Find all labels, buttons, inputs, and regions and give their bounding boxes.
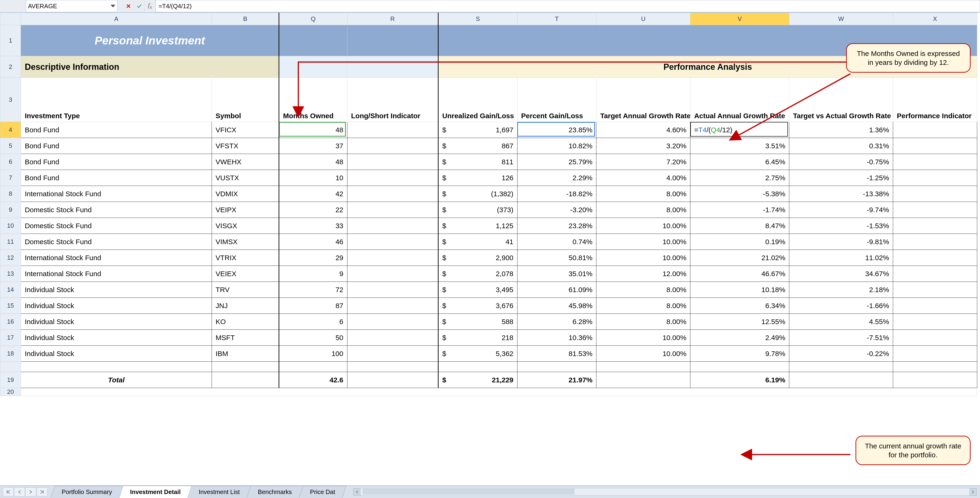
cell-Q1[interactable] (279, 25, 347, 56)
cell-perf-ind[interactable] (893, 122, 977, 138)
cell-tva[interactable]: -9.74% (789, 202, 893, 218)
cell-actual-rate[interactable]: -5.38% (690, 186, 789, 202)
cell-tva[interactable]: 0.31% (789, 138, 893, 154)
cell-months[interactable]: 10 (279, 170, 347, 186)
hdr-target-vs-actual[interactable]: Target vs Actual Growth Rate (789, 78, 893, 122)
sheet-tab[interactable]: Portfolio Summary (51, 486, 123, 498)
cell-target-rate[interactable]: 12.00% (597, 266, 690, 282)
col-header-B[interactable]: B (212, 13, 279, 25)
cell-symbol[interactable]: VWEHX (212, 154, 279, 170)
cell-target-rate[interactable]: 10.00% (597, 234, 690, 250)
row-header-12[interactable]: 12 (0, 250, 21, 266)
cell-ls[interactable] (347, 282, 438, 298)
row-header-8[interactable]: 8 (0, 186, 21, 202)
cell-actual-rate[interactable]: 12.55% (690, 314, 789, 330)
cell-symbol[interactable]: VUSTX (212, 170, 279, 186)
cell-type[interactable]: Bond Fund (21, 154, 212, 170)
cell-tva[interactable]: -13.38% (789, 186, 893, 202)
total-pct[interactable]: 21.97% (517, 372, 597, 388)
cell-target-rate[interactable]: 7.20% (597, 154, 690, 170)
cell-pct[interactable]: 81.53% (517, 346, 597, 362)
row-header-2[interactable]: 2 (0, 56, 21, 78)
cell-symbol[interactable]: VFICX (212, 122, 279, 138)
row-header-19[interactable]: 19 (0, 372, 21, 388)
cell-R1[interactable] (347, 25, 438, 56)
cell-tva[interactable]: -9.81% (789, 234, 893, 250)
cell-pct[interactable]: -3.20% (517, 202, 597, 218)
cell-pct[interactable]: 35.01% (517, 266, 597, 282)
row-header-20[interactable]: 20 (0, 388, 21, 396)
cell-perf-ind[interactable] (893, 298, 977, 314)
cell-actual-rate[interactable]: 6.34% (690, 298, 789, 314)
hdr-unrealized[interactable]: Unrealized Gain/Loss (438, 78, 517, 122)
row-header-1[interactable]: 1 (0, 25, 21, 56)
cell-gainloss[interactable]: $588 (438, 314, 517, 330)
cell-months[interactable]: 87 (279, 298, 347, 314)
cell-perf-ind[interactable] (893, 234, 977, 250)
cell-B-blank[interactable] (212, 362, 279, 372)
row-header-6[interactable]: 6 (0, 154, 21, 170)
cell-target-rate[interactable]: 4.60% (597, 122, 690, 138)
cell-tva[interactable]: -0.22% (789, 346, 893, 362)
cell-type[interactable]: Domestic Stock Fund (21, 202, 212, 218)
row-header-18[interactable]: 18 (0, 346, 21, 362)
cell-type[interactable]: Domestic Stock Fund (21, 234, 212, 250)
cell-tva[interactable]: -1.25% (789, 170, 893, 186)
cell-pct[interactable]: 0.74% (517, 234, 597, 250)
row-header-13[interactable]: 13 (0, 266, 21, 282)
cell-gainloss[interactable]: $41 (438, 234, 517, 250)
sheet-tab[interactable]: Investment List (188, 486, 251, 498)
cell-actual-rate[interactable]: -1.74% (690, 202, 789, 218)
cell-target-rate[interactable]: 8.00% (597, 282, 690, 298)
col-header-A[interactable]: A (21, 13, 212, 25)
cancel-formula-button[interactable] (123, 0, 134, 12)
cell-target-rate[interactable]: 4.00% (597, 170, 690, 186)
cell-actual-rate[interactable]: 6.45% (690, 154, 789, 170)
sheet-tab[interactable]: Benchmarks (247, 486, 303, 498)
cell-perf-ind[interactable] (893, 314, 977, 330)
total-months[interactable]: 42.6 (279, 372, 347, 388)
cell-R2[interactable] (347, 56, 438, 78)
cell-pct[interactable]: -18.82% (517, 186, 597, 202)
cell-tva[interactable]: -1.53% (789, 218, 893, 234)
cell-actual-rate[interactable]: 0.19% (690, 234, 789, 250)
cell-perf-ind[interactable] (893, 202, 977, 218)
cell-gainloss[interactable]: $2,078 (438, 266, 517, 282)
cell-pct[interactable]: 2.29% (517, 170, 597, 186)
cell-symbol[interactable]: VISGX (212, 218, 279, 234)
cell-pct[interactable]: 25.79% (517, 154, 597, 170)
cell-months[interactable]: 33 (279, 218, 347, 234)
cell-R-blank[interactable] (347, 362, 438, 372)
cell-actual-rate[interactable]: 2.49% (690, 330, 789, 346)
cell-ls[interactable] (347, 234, 438, 250)
cell-actual-rate[interactable]: 9.78% (690, 346, 789, 362)
hdr-actual-rate[interactable]: Actual Annual Growth Rate (690, 78, 789, 122)
title-cell[interactable]: Personal Investment (21, 25, 279, 56)
cell-target-rate[interactable]: 8.00% (597, 298, 690, 314)
cell-gainloss[interactable]: $867 (438, 138, 517, 154)
cell-target-rate[interactable]: 10.00% (597, 250, 690, 266)
cell-A-blank[interactable] (21, 362, 212, 372)
hdr-target-rate[interactable]: Target Annual Growth Rate (597, 78, 690, 122)
cell-gainloss[interactable]: $2,900 (438, 250, 517, 266)
cell-gainloss[interactable]: $(373) (438, 202, 517, 218)
cell-actual-rate[interactable]: 3.51% (690, 138, 789, 154)
cell-type[interactable]: Individual Stock (21, 314, 212, 330)
row-header-blank[interactable] (0, 362, 21, 372)
formula-input[interactable]: =T4/(Q4/12) (156, 0, 980, 12)
cell-ls[interactable] (347, 122, 438, 138)
row-header-11[interactable]: 11 (0, 234, 21, 250)
horizontal-scrollbar[interactable] (353, 488, 977, 496)
cell-gainloss[interactable]: $811 (438, 154, 517, 170)
total-gl[interactable]: $21,229 (438, 372, 517, 388)
row-header-15[interactable]: 15 (0, 298, 21, 314)
cell-symbol[interactable]: MSFT (212, 330, 279, 346)
cell-target-rate[interactable]: 3.20% (597, 138, 690, 154)
cell-type[interactable]: Domestic Stock Fund (21, 218, 212, 234)
cell-type[interactable]: Bond Fund (21, 138, 212, 154)
accept-formula-button[interactable] (134, 0, 145, 12)
cell-perf-ind[interactable] (893, 218, 977, 234)
cell-B19[interactable] (212, 372, 279, 388)
cell-perf-ind[interactable] (893, 154, 977, 170)
cell-X-blank[interactable] (893, 362, 977, 372)
